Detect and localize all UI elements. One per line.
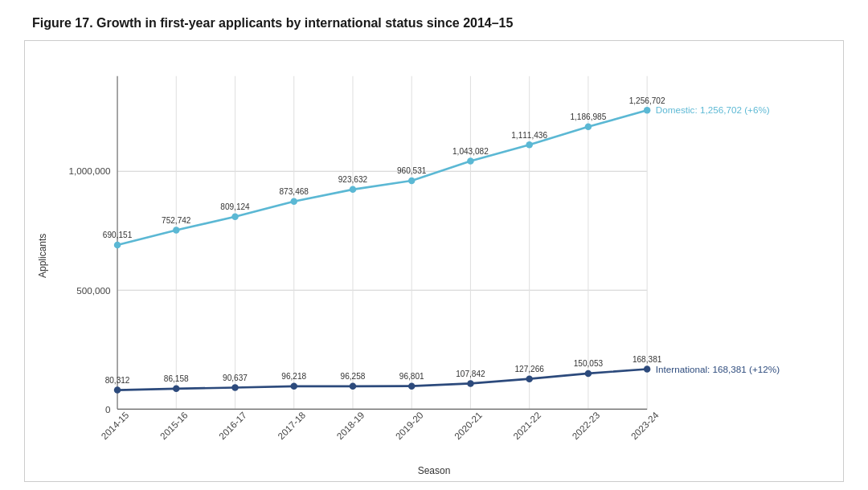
svg-point-36 [350,186,357,194]
svg-point-42 [526,141,533,149]
svg-point-62 [526,375,533,382]
svg-point-66 [644,365,651,373]
svg-text:96,801: 96,801 [399,372,424,381]
svg-point-38 [408,178,416,185]
svg-text:2020-21: 2020-21 [452,410,484,442]
chart-inner: 0500,0001,000,0002014-152015-162016-1720… [49,49,835,462]
svg-point-64 [585,370,592,378]
svg-text:690,151: 690,151 [103,231,133,239]
svg-text:International: 168,381 (+12%): International: 168,381 (+12%) [656,364,780,374]
chart-wrapper: Applicants 0500,0001,000,0002014-152015-… [24,40,844,482]
chart-area: Applicants 0500,0001,000,0002014-152015-… [33,49,835,462]
svg-text:107,842: 107,842 [456,370,485,378]
svg-text:752,742: 752,742 [162,216,191,225]
svg-text:873,468: 873,468 [280,187,309,196]
svg-text:2017-18: 2017-18 [276,410,308,442]
svg-point-46 [644,107,651,114]
svg-point-60 [467,380,474,387]
svg-text:2023-24: 2023-24 [628,409,661,441]
svg-text:86,158: 86,158 [164,374,189,383]
svg-point-28 [114,242,121,249]
svg-text:96,218: 96,218 [281,372,306,381]
svg-point-50 [173,386,180,393]
svg-text:1,043,082: 1,043,082 [452,147,489,156]
svg-text:2014-15: 2014-15 [99,409,131,441]
svg-point-58 [408,382,416,390]
svg-text:96,258: 96,258 [341,372,366,381]
svg-point-52 [231,384,239,391]
svg-text:1,186,985: 1,186,985 [570,112,606,121]
svg-point-32 [231,213,239,220]
svg-text:2019-20: 2019-20 [393,409,425,441]
svg-text:2015-16: 2015-16 [158,410,190,442]
svg-text:80,312: 80,312 [105,376,130,385]
svg-point-54 [290,383,297,390]
svg-text:2021-22: 2021-22 [511,410,543,442]
svg-text:2018-19: 2018-19 [334,410,366,442]
svg-text:1,111,436: 1,111,436 [511,131,547,140]
svg-point-56 [350,383,357,390]
svg-text:1,256,702: 1,256,702 [629,96,665,105]
chart-svg: 0500,0001,000,0002014-152015-162016-1720… [49,49,835,462]
svg-text:500,000: 500,000 [76,285,111,296]
svg-text:2016-17: 2016-17 [217,410,249,442]
svg-point-30 [173,227,180,234]
svg-text:Domestic: 1,256,702 (+6%): Domestic: 1,256,702 (+6%) [656,104,770,115]
svg-text:1,000,000: 1,000,000 [69,165,111,176]
svg-point-34 [290,198,297,205]
svg-point-48 [114,386,121,394]
svg-text:90,637: 90,637 [223,374,248,382]
svg-text:2022-23: 2022-23 [570,410,602,442]
figure-title: Figure 17. Growth in first-year applican… [32,16,844,31]
page-container: Figure 17. Growth in first-year applican… [0,0,868,490]
svg-point-40 [467,157,474,165]
svg-text:168,381: 168,381 [633,355,662,364]
svg-text:0: 0 [105,404,111,414]
svg-text:923,632: 923,632 [338,175,368,184]
y-axis-label: Applicants [33,49,49,462]
svg-text:127,266: 127,266 [514,365,544,374]
x-axis-label: Season [33,462,835,481]
svg-text:809,124: 809,124 [220,202,250,211]
svg-text:960,531: 960,531 [397,166,427,175]
svg-text:150,053: 150,053 [574,359,604,368]
svg-point-44 [585,124,592,131]
